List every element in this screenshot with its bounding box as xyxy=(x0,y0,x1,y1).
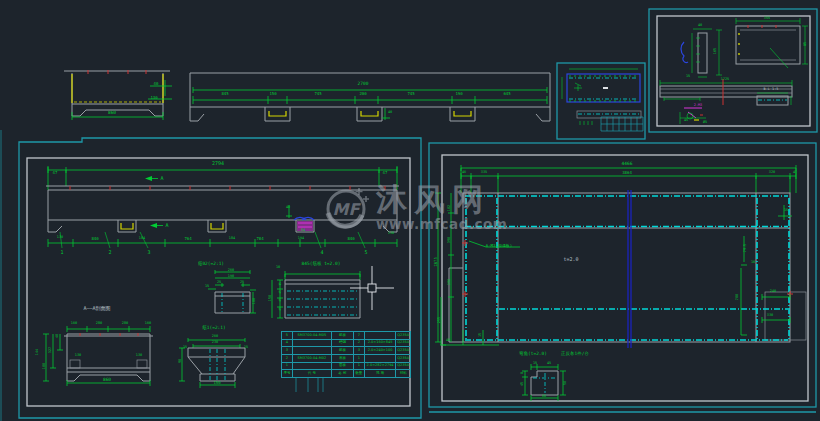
panel-thumbnail xyxy=(557,63,645,139)
bom-cell: 2 xyxy=(353,340,364,347)
view-side-small xyxy=(64,70,172,120)
cad-crosshair-cursor xyxy=(350,266,394,310)
bom-cell xyxy=(292,363,331,370)
bom-row: 3筋板32.0×240×100Q235A xyxy=(282,346,410,354)
bom-cell: 材料 xyxy=(395,370,410,377)
bom-cell xyxy=(292,347,331,354)
bom-cell: 3 xyxy=(353,347,364,354)
view-beam-elevation xyxy=(190,73,550,121)
bom-table: 5SM3700-04-M05筋板7Q235A4槽钢22.0×160×845Q23… xyxy=(281,331,411,378)
cad-viewport[interactable]: MF 沐风网 www.mfcad.com 5SM3700-04-M05筋板7Q2… xyxy=(0,0,820,421)
bom-cell: 1 xyxy=(282,363,292,370)
bom-cell xyxy=(292,340,331,347)
bom-cell: 规 格 xyxy=(364,370,396,377)
bom-cell: 4 xyxy=(282,340,292,347)
bom-cell: 2 xyxy=(282,355,292,362)
bom-cell: 序号 xyxy=(282,370,292,377)
panel-top-right-details xyxy=(649,9,817,132)
bom-cell: 面板 xyxy=(331,363,353,370)
detail-rib1 xyxy=(179,338,245,388)
view-beam-main xyxy=(46,166,399,248)
bom-row: 5SM3700-04-M05筋板7Q235A xyxy=(282,332,410,339)
bom-cell: 代 号 xyxy=(292,370,331,377)
bom-cell: 1 xyxy=(353,355,364,362)
bom-cell xyxy=(364,355,396,362)
bom-cell: 槽钢 xyxy=(331,340,353,347)
panel-main-right xyxy=(429,143,816,412)
bom-cell: 2.0×240×100 xyxy=(364,347,396,354)
bom-cell: Q235A xyxy=(395,332,410,339)
bom-cell: 2.0×282×2794 xyxy=(364,363,396,370)
bom-cell xyxy=(364,332,396,339)
bom-row: 4槽钢22.0×160×845Q235A xyxy=(282,339,410,347)
bom-cell: 3 xyxy=(282,347,292,354)
bom-row: 2SM3700-04-M02底板1Q235A xyxy=(282,354,410,362)
bom-cell: 2.0×160×845 xyxy=(364,340,396,347)
detail-rib-845 xyxy=(272,271,360,318)
bom-cell: 筋板 xyxy=(331,332,353,339)
view-section-AA xyxy=(43,326,153,386)
bom-cell: 筋板 xyxy=(331,347,353,354)
detail-corner-bend xyxy=(522,364,566,401)
bom-row: 序号代 号名 称数量规 格材料 xyxy=(282,369,410,377)
bom-cell: 7 xyxy=(353,332,364,339)
bom-cell: 5 xyxy=(282,332,292,339)
bom-cell: 底板 xyxy=(331,355,353,362)
bom-cell: Q235A xyxy=(395,355,410,362)
bom-cell: 1 xyxy=(353,363,364,370)
bom-cell: SM3700-04-M05 xyxy=(292,332,331,339)
detail-rib02 xyxy=(208,270,256,313)
bom-cell: SM3700-04-M02 xyxy=(292,355,331,362)
bom-cell: 名 称 xyxy=(331,370,353,377)
view-plate-plan xyxy=(435,165,806,348)
bom-cell: Q235A xyxy=(395,347,410,354)
bom-cell: 数量 xyxy=(353,370,364,377)
bom-cell: Q235A xyxy=(395,363,410,370)
bom-cell: Q235A xyxy=(395,340,410,347)
bom-row: 1面板12.0×282×2794Q235A xyxy=(282,362,410,370)
